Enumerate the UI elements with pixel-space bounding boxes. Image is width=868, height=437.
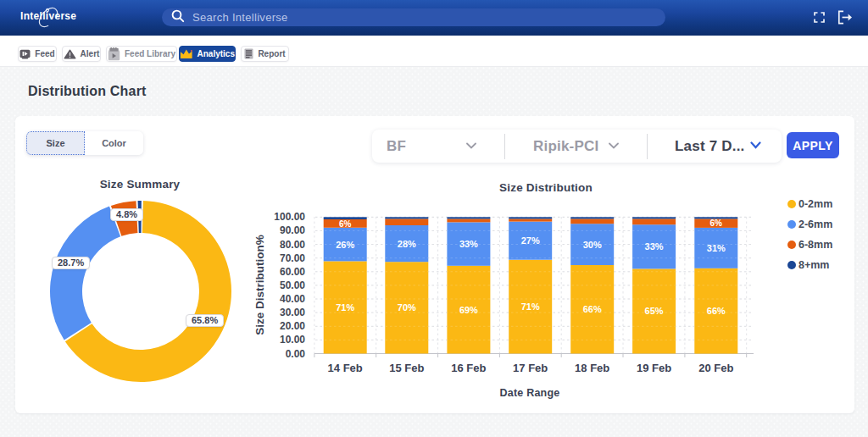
svg-text:100.00: 100.00 [274, 211, 305, 223]
svg-text:20 Feb: 20 Feb [698, 362, 733, 374]
svg-text:71%: 71% [521, 301, 540, 312]
svg-text:33%: 33% [645, 241, 664, 252]
svg-text:20.00: 20.00 [280, 320, 305, 332]
svg-text:31%: 31% [707, 243, 726, 253]
svg-text:60.00: 60.00 [280, 266, 305, 278]
svg-text:40.00: 40.00 [280, 293, 305, 305]
svg-text:10.00: 10.00 [280, 334, 305, 346]
svg-text:0.00: 0.00 [286, 348, 306, 360]
svg-text:80.00: 80.00 [280, 239, 305, 251]
svg-text:17 Feb: 17 Feb [513, 362, 548, 374]
svg-text:16 Feb: 16 Feb [451, 362, 486, 374]
svg-text:28%: 28% [398, 239, 416, 249]
svg-text:26%: 26% [336, 240, 354, 250]
svg-text:15 Feb: 15 Feb [389, 362, 424, 374]
svg-text:30.00: 30.00 [280, 307, 305, 318]
svg-text:50.00: 50.00 [280, 279, 305, 291]
svg-text:27%: 27% [521, 235, 540, 246]
svg-text:70.00: 70.00 [280, 252, 305, 264]
svg-text:66%: 66% [583, 304, 602, 314]
svg-text:6%: 6% [339, 219, 352, 229]
svg-text:70%: 70% [398, 302, 416, 313]
svg-text:19 Feb: 19 Feb [637, 362, 671, 374]
svg-text:71%: 71% [336, 302, 354, 313]
svg-text:18 Feb: 18 Feb [575, 362, 609, 374]
svg-text:90.00: 90.00 [280, 224, 305, 236]
svg-text:14 Feb: 14 Feb [328, 362, 363, 374]
svg-text:6%: 6% [710, 218, 723, 228]
svg-text:66%: 66% [707, 306, 726, 316]
svg-text:69%: 69% [459, 305, 478, 315]
svg-text:30%: 30% [583, 240, 602, 250]
svg-text:65%: 65% [645, 306, 664, 316]
svg-text:33%: 33% [459, 239, 478, 249]
